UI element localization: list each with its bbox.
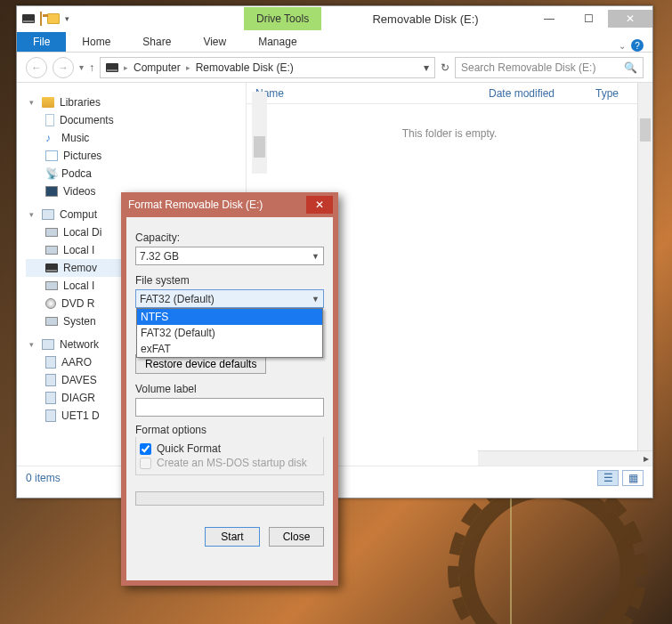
search-placeholder: Search Removable Disk (E:) [461,61,595,74]
breadcrumb-drive-icon [106,63,118,72]
nav-pictures[interactable]: Pictures [26,147,246,165]
view-large-icons-button[interactable]: ▦ [622,470,644,486]
expand-ribbon-icon[interactable]: ⌄ [619,41,626,51]
nav-scrollbar[interactable] [252,92,267,174]
column-name[interactable]: Name [247,87,480,100]
contextual-tab-drive-tools[interactable]: Drive Tools [244,7,321,30]
server-icon [45,356,56,369]
tab-share[interactable]: Share [126,32,187,52]
tab-home[interactable]: Home [66,32,126,52]
hdd-icon [45,317,58,326]
chevron-down-icon: ▼ [312,295,320,304]
dialog-title-bar[interactable]: Format Removable Disk (E:) ✕ [121,192,338,217]
quick-format-input[interactable] [140,443,151,455]
nav-documents[interactable]: Documents [26,111,246,129]
breadcrumb-computer[interactable]: Computer [134,61,181,74]
msdos-checkbox: Create an MS-DOS startup disk [136,457,323,469]
up-button[interactable]: ↑ [89,61,94,74]
history-dropdown-icon[interactable]: ▾ [79,62,84,72]
background-gear [458,482,636,624]
music-icon: ♪ [45,132,56,144]
start-button[interactable]: Start [205,527,260,547]
search-icon: 🔍 [624,61,637,74]
dialog-close-button[interactable]: ✕ [306,196,333,214]
quick-format-label: Quick Format [157,442,221,455]
chevron-right-icon[interactable]: ▸ [186,63,190,72]
title-bar: ▾ Drive Tools Removable Disk (E:) — ☐ ✕ [17,6,652,31]
dvd-icon [45,298,56,309]
volume-label-label: Volume label [135,383,324,395]
capacity-combo[interactable]: 7.32 GB ▼ [135,247,324,265]
breadcrumb-removable[interactable]: Removable Disk (E:) [196,61,294,74]
chevron-down-icon: ▼ [312,252,320,261]
libraries-icon [42,97,54,108]
close-dialog-button[interactable]: Close [269,527,324,547]
videos-icon [45,186,58,197]
minimize-button[interactable]: — [530,10,569,28]
address-bar: ← → ▾ ↑ ▸ Computer ▸ Removable Disk (E:)… [17,53,652,83]
breadcrumb[interactable]: ▸ Computer ▸ Removable Disk (E:) ▾ [100,57,435,78]
podcast-icon: 📡 [45,167,56,180]
tab-file[interactable]: File [17,32,66,52]
horizontal-scrollbar[interactable]: ▸ [478,450,652,466]
format-dialog: Format Removable Disk (E:) ✕ Capacity: 7… [121,192,338,586]
hdd-icon [45,228,58,237]
forward-button[interactable]: → [53,57,74,78]
format-progress [135,491,324,506]
column-headers: Name Date modified Type [247,83,652,104]
ribbon-tabs: File Home Share View Manage ⌄ ? [17,31,652,53]
fs-option-exfat[interactable]: exFAT [137,341,322,357]
removable-drive-icon [45,263,58,272]
pictures-icon [45,150,58,161]
network-icon [42,339,54,350]
hdd-icon [45,246,58,255]
fs-option-ntfs[interactable]: NTFS [137,309,322,325]
tab-view[interactable]: View [187,32,242,52]
file-system-value: FAT32 (Default) [140,293,215,305]
capacity-label: Capacity: [135,231,324,244]
msdos-label: Create an MS-DOS startup disk [157,457,307,469]
file-system-combo[interactable]: FAT32 (Default) ▼ NTFS FAT32 (Default) e… [135,289,324,308]
empty-folder-text: This folder is empty. [247,127,652,140]
view-details-button[interactable]: ☰ [597,470,619,486]
back-button[interactable]: ← [26,57,47,78]
help-icon[interactable]: ? [631,39,644,52]
qat-customize-icon[interactable]: ▾ [65,14,69,23]
vertical-scrollbar[interactable] [637,83,652,466]
capacity-value: 7.32 GB [140,250,179,263]
server-icon [45,409,56,422]
item-count: 0 items [26,472,61,484]
nav-libraries[interactable]: ▾Libraries [26,93,246,111]
fs-option-fat32[interactable]: FAT32 (Default) [137,325,322,341]
dialog-title: Format Removable Disk (E:) [128,199,306,211]
folder-icon[interactable] [47,13,60,24]
close-window-button[interactable]: ✕ [608,10,652,28]
document-icon[interactable] [40,12,42,26]
refresh-button[interactable]: ↻ [441,61,449,74]
nav-music[interactable]: ♪Music [26,129,246,147]
server-icon [45,374,56,386]
server-icon [45,392,56,404]
file-system-label: File system [135,274,324,287]
chevron-right-icon[interactable]: ▸ [124,63,128,72]
format-options-label: Format options [135,424,324,436]
computer-icon [42,209,54,220]
nav-podcasts[interactable]: 📡Podca [26,165,246,182]
address-dropdown-icon[interactable]: ▾ [424,61,429,74]
documents-icon [45,114,54,126]
quick-format-checkbox[interactable]: Quick Format [136,442,323,455]
maximize-button[interactable]: ☐ [569,10,608,28]
msdos-input [140,458,151,469]
file-system-dropdown: NTFS FAT32 (Default) exFAT [136,308,323,358]
hdd-icon [45,281,58,290]
drive-icon [22,14,35,23]
tab-manage[interactable]: Manage [242,32,312,52]
scroll-right-icon[interactable]: ▸ [640,452,652,465]
window-title: Removable Disk (E:) [321,12,530,26]
column-date[interactable]: Date modified [480,87,587,100]
volume-label-input[interactable] [135,398,324,417]
search-input[interactable]: Search Removable Disk (E:) 🔍 [455,57,644,78]
